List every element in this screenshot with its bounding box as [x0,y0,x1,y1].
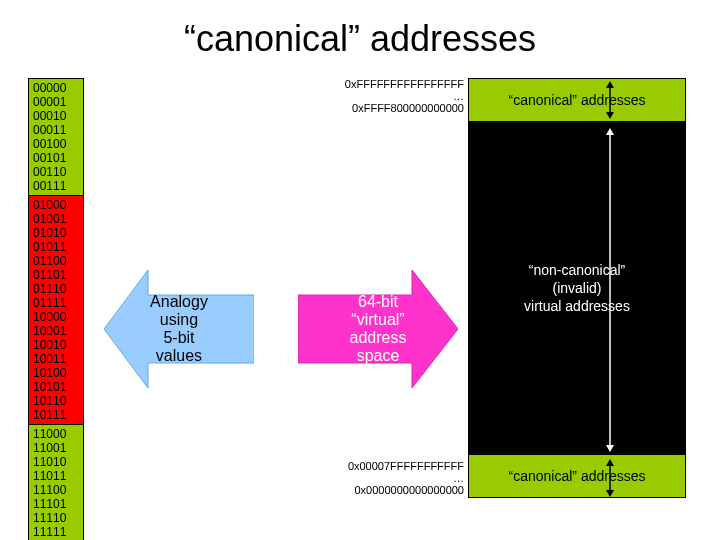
svg-marker-10 [606,490,614,497]
bin-val: 11110 [33,511,79,525]
bin-val: 01001 [33,212,79,226]
bin-val: 11000 [33,427,79,441]
page-title: “canonical” addresses [0,18,720,60]
five-bit-canonical-low: 00000 00001 00010 00011 00100 00101 0011… [28,78,84,196]
canonical-low-seg: “canonical” addresses [468,454,686,498]
virtual-arrow: 64-bit “virtual” address space [298,270,458,388]
five-bit-canonical-high: 11000 11001 11010 11011 11100 11101 1111… [28,424,84,540]
analogy-line: Analogy [150,293,208,311]
bin-val: 10110 [33,394,79,408]
hex-dots-top: … [304,90,464,102]
range-arrow-top-icon [604,81,616,119]
bin-val: 00100 [33,137,79,151]
canonical-high-seg: “canonical” addresses [468,78,686,122]
bin-val: 00111 [33,179,79,193]
bin-val: 10111 [33,408,79,422]
bin-val: 10100 [33,366,79,380]
bin-val: 01110 [33,282,79,296]
bin-val: 11011 [33,469,79,483]
canonical-high-label: “canonical” addresses [509,92,646,108]
canonical-low-label: “canonical” addresses [509,468,646,484]
bin-val: 01100 [33,254,79,268]
bin-val: 11101 [33,497,79,511]
svg-marker-3 [606,81,614,88]
bin-val: 00011 [33,123,79,137]
hex-high-end: 0xFFFFFFFFFFFFFFFF [304,78,464,90]
bin-val: 00101 [33,151,79,165]
virtual-line: “virtual” [350,311,407,329]
svg-marker-6 [606,128,614,135]
virtual-line: 64-bit [350,293,407,311]
bin-val: 11001 [33,441,79,455]
bin-val: 00110 [33,165,79,179]
range-arrow-bot-icon [604,459,616,497]
svg-marker-4 [606,112,614,119]
hex-low-start: 0x0000000000000000 [304,484,464,496]
range-arrow-mid-icon [604,128,616,452]
bin-val: 11111 [33,525,79,539]
analogy-line: 5-bit [150,329,208,347]
hex-low-end: 0x00007FFFFFFFFFFF [304,460,464,472]
virtual-line: space [350,347,407,365]
bin-val: 01000 [33,198,79,212]
bin-val: 10011 [33,352,79,366]
bin-val: 11010 [33,455,79,469]
noncanonical-line: (invalid) [552,279,601,297]
bin-val: 10101 [33,380,79,394]
bin-val: 01111 [33,296,79,310]
five-bit-noncanonical: 01000 01001 01010 01011 01100 01101 0111… [28,195,84,425]
virtual-arrow-text: 64-bit “virtual” address space [350,293,407,365]
hex-dots-bot: … [304,472,464,484]
analogy-arrow: Analogy using 5-bit values [104,270,254,388]
svg-marker-9 [606,459,614,466]
hex-high-start: 0xFFFF800000000000 [304,102,464,114]
bin-val: 10000 [33,310,79,324]
bin-val: 01010 [33,226,79,240]
bin-val: 11100 [33,483,79,497]
bin-val: 00000 [33,81,79,95]
svg-marker-7 [606,445,614,452]
bin-val: 01011 [33,240,79,254]
bin-val: 00001 [33,95,79,109]
bin-val: 01101 [33,268,79,282]
sixtyfour-bit-bar: “canonical” addresses “non-canonical” (i… [468,78,686,497]
analogy-line: using [150,311,208,329]
noncanonical-seg: “non-canonical” (invalid) virtual addres… [468,121,686,455]
bin-val: 10001 [33,324,79,338]
analogy-arrow-text: Analogy using 5-bit values [150,293,208,365]
bin-val: 00010 [33,109,79,123]
analogy-line: values [150,347,208,365]
five-bit-column: 00000 00001 00010 00011 00100 00101 0011… [28,78,84,540]
bin-val: 10010 [33,338,79,352]
virtual-line: address [350,329,407,347]
